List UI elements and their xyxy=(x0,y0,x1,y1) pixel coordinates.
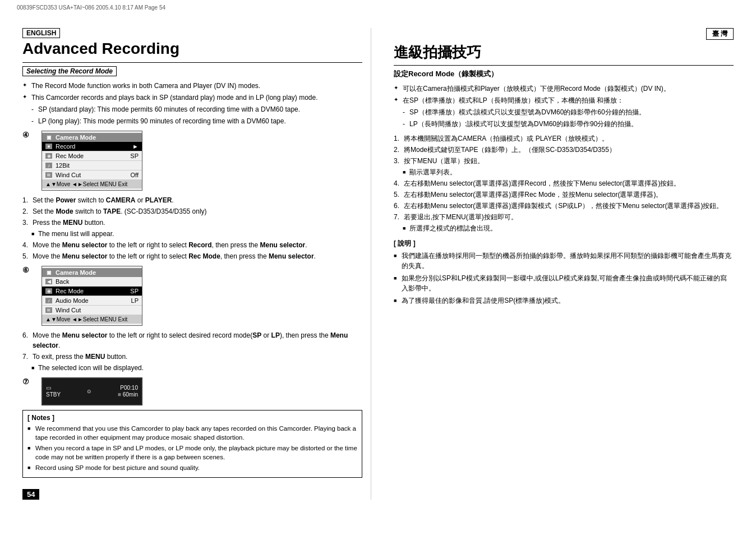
vf-right: P00:10 ≡ 60min xyxy=(118,385,138,398)
notes-list-en: We recommend that you use this Camcorder… xyxy=(27,424,357,472)
menu-item-label-recmode: Rec Mode xyxy=(56,153,127,159)
step-text-zh-3s: 顯示選單列表。 xyxy=(409,168,457,176)
menu-item-recmode2: ◈ Rec Mode SP xyxy=(42,287,142,296)
bullet-zh-1: 可以在Camera拍攝模式和Player（放映模式）下使用Record Mode… xyxy=(394,84,734,94)
step-num-4: 4. xyxy=(22,240,28,250)
menu-item-label-bit: 12Bit xyxy=(56,162,135,169)
menu-footer-text-6: ▲▼Move ◄►Select MENU Exit xyxy=(45,316,127,322)
main-title-zh: 進級拍攝技巧 xyxy=(394,44,734,61)
step-num-zh-5: 5. xyxy=(394,190,399,200)
recmode-icon-2: ◈ xyxy=(45,288,52,294)
record-icon: ● xyxy=(45,144,52,149)
english-label: ENGLISH xyxy=(22,28,60,38)
step-text-zh-5: 左右移動Menu selector(選單選擇器)選擇Rec Mode，並按Men… xyxy=(404,191,662,199)
step-num-zh-1: 1. xyxy=(394,133,399,144)
bullet-item: This Camcorder records and plays back in… xyxy=(22,93,362,103)
step-zh-2: 2. 將Mode模式鍵切至TAPE（錄影帶）上。（僅限SC-D353/D354/… xyxy=(394,145,734,155)
note-zh-3: 為了獲得最佳的影像和音質,請使用SP(標準播放)模式。 xyxy=(394,296,734,306)
notes-box-zh: [ 說明 ] 我們建議在播放時採用同一類型的機器所拍攝的錄影帶。播放時如果採用不… xyxy=(394,239,734,306)
circle-num-7: ⑦ xyxy=(22,377,29,386)
bit-icon: ♪ xyxy=(45,163,52,168)
menu-footer-text-4: ▲▼Move ◄►Select MENU Exit xyxy=(45,181,127,187)
recmode-icon: ◈ xyxy=(45,153,52,159)
right-header: 臺 灣 xyxy=(394,28,734,42)
taiwan-label: 臺 灣 xyxy=(706,28,734,40)
note-zh-2: 如果您分別以SP和LP模式來錄製同一影碟中,或僅以LP模式來錄製,可能會產生像拉… xyxy=(394,273,734,293)
intro-bullets-zh: 可以在Camera拍攝模式和Player（放映模式）下使用Record Mode… xyxy=(394,84,734,129)
vf-center: ⊙ xyxy=(87,389,91,394)
step-num-7: 7. xyxy=(22,352,28,362)
step-1: 1. Set the Power switch to CAMERA or PLA… xyxy=(22,195,362,205)
notes-title-zh: [ 說明 ] xyxy=(394,239,734,248)
menu-item-label-recmode2: Rec Mode xyxy=(56,288,127,294)
diagram-row-7: ⑦ ▭ STBY ⊙ P00:10 ≡ 60min xyxy=(22,377,362,405)
step-zh-3: 3. 按下MENU（選單）按鈕。 xyxy=(394,156,734,166)
notes-title-en: [ Notes ] xyxy=(27,414,357,422)
english-label-box: ENGLISH xyxy=(22,28,362,40)
diagram-row-4: ④ ▣ Camera Mode ● Record ► ◈ Rec Mode SP xyxy=(22,131,362,191)
menu-item-label-audio: Audio Mode xyxy=(56,297,128,304)
audio-icon: ♪ xyxy=(45,298,52,303)
right-column: 臺 灣 進級拍攝技巧 設定Record Mode（錄製模式） 可以在Camera… xyxy=(388,28,734,500)
menu-item-val-record: ► xyxy=(132,143,139,150)
menu-item-label-record: Record xyxy=(56,143,129,150)
section-heading-zh: 設定Record Mode（錄製模式） xyxy=(394,69,734,79)
menu-footer-6: ▲▼Move ◄►Select MENU Exit xyxy=(42,315,142,324)
step-zh-4: 4. 左右移動Menu selector(選單選擇器)選擇Record，然後按下… xyxy=(394,178,734,188)
cam-icon: ▣ xyxy=(45,135,52,140)
menu-header-label-6: Camera Mode xyxy=(56,269,96,276)
circle-num-6: ⑥ xyxy=(22,266,29,274)
step-zh-1: 1. 將本機開關設置為CAMERA（拍攝模式）或 PLAYER（放映模式）。 xyxy=(394,133,734,144)
bullet-zh-4: LP（長時間播放）:該模式可以支援型號為DVM60的錄影帶作90分鐘的拍攝。 xyxy=(394,119,734,129)
step-text-4: Move the Menu selector to the left or ri… xyxy=(33,241,307,249)
step-num-5: 5. xyxy=(22,251,28,261)
menu-item-recmode: ◈ Rec Mode SP xyxy=(42,151,142,161)
step-text-zh-2: 將Mode模式鍵切至TAPE（錄影帶）上。（僅限SC-D353/D354/D35… xyxy=(404,146,616,154)
step-text-zh-3: 按下MENU（選單）按鈕。 xyxy=(404,157,484,165)
vf-tape-icon: ▭ xyxy=(46,385,61,391)
bullet-sub-item: LP (long play): This mode permits 90 min… xyxy=(22,116,362,126)
step-text-3s: The menu list will appear. xyxy=(38,230,114,238)
menu-footer-4: ▲▼Move ◄►Select MENU Exit xyxy=(42,180,142,188)
step-7: 7. To exit, press the MENU button. xyxy=(22,352,362,362)
main-title-en: Advanced Recording xyxy=(22,40,362,58)
notes-list-zh: 我們建議在播放時採用同一類型的機器所拍攝的錄影帶。播放時如果採用不同類型的攝錄影… xyxy=(394,251,734,306)
step-text-2: Set the Mode switch to TAPE. (SC-D353/D3… xyxy=(33,207,207,215)
step-text-zh-7: 若要退出,按下MENU(選單)按鈕即可。 xyxy=(404,213,518,221)
step-text-7s: The selected icon will be displayed. xyxy=(38,364,144,372)
step-zh-5: 5. 左右移動Menu selector(選單選擇器)選擇Rec Mode，並按… xyxy=(394,190,734,200)
note-item-1: We recommend that you use this Camcorder… xyxy=(27,424,357,442)
note-item-2: When you record a tape in SP and LP mode… xyxy=(27,444,357,462)
step-num-3: 3. xyxy=(22,218,28,228)
step-num-zh-3: 3. xyxy=(394,156,399,166)
menu-diagram-4: ▣ Camera Mode ● Record ► ◈ Rec Mode SP xyxy=(42,131,142,191)
step-5: 5. Move the Menu selector to the left or… xyxy=(22,251,362,261)
note-item-3: Record using SP mode for best picture an… xyxy=(27,463,357,472)
step-num-1: 1. xyxy=(22,195,28,205)
menu-item-val-recmode: SP xyxy=(130,153,139,159)
step-num-zh-4: 4. xyxy=(394,178,399,188)
step-2: 2. Set the Mode switch to TAPE. (SC-D353… xyxy=(22,206,362,216)
step-text-zh-1: 將本機開關設置為CAMERA（拍攝模式）或 PLAYER（放映模式）。 xyxy=(404,135,609,142)
step-zh-7s: 所選擇之模式的標誌會出現。 xyxy=(394,223,734,233)
wind-icon: ≋ xyxy=(45,172,52,178)
step-zh-6: 6. 左右移動Menu selector(選單選擇器)選擇錄製模式（SP或LP）… xyxy=(394,201,734,211)
menu-item-back: ◀ Back xyxy=(42,277,142,287)
step-7-sub: The selected icon will be displayed. xyxy=(22,363,362,373)
menu-item-label-back: Back xyxy=(56,278,139,285)
circle-num-4: ④ xyxy=(22,131,29,139)
menu-item-val-sp: SP xyxy=(130,288,139,294)
step-text-zh-7s: 所選擇之模式的標誌會出現。 xyxy=(409,224,497,232)
step-num-zh-7: 7. xyxy=(394,212,399,222)
page-number-area: 54 xyxy=(22,483,362,500)
cam-icon-6: ▣ xyxy=(45,270,52,275)
section-heading-en: Selecting the Record Mode xyxy=(22,66,117,76)
step-text-zh-6: 左右移動Menu selector(選單選擇器)選擇錄製模式（SP或LP），然後… xyxy=(404,202,723,210)
step-num-zh-2: 2. xyxy=(394,145,399,155)
menu-item-wind: ≋ Wind Cut Off xyxy=(42,170,142,180)
menu-item-val-wind: Off xyxy=(131,172,139,178)
step-num-zh-6: 6. xyxy=(394,201,399,211)
menu-item-audio: ♪ Audio Mode LP xyxy=(42,296,142,306)
step-num-2: 2. xyxy=(22,206,28,216)
page-container: 00839FSCD353 USA+TAI~086 2005.4.10 8:17 … xyxy=(0,0,756,535)
